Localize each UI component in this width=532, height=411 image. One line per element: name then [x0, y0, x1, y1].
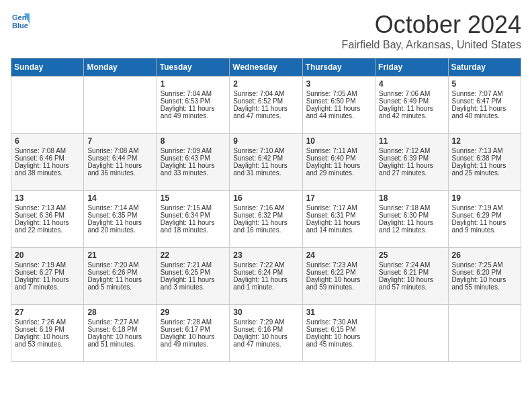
sunrise-text: Sunrise: 7:08 AM	[87, 147, 152, 154]
calendar-cell: 3Sunrise: 7:05 AMSunset: 6:50 PMDaylight…	[302, 77, 375, 134]
day-number: 21	[87, 250, 152, 260]
calendar-cell: 17Sunrise: 7:17 AMSunset: 6:31 PMDayligh…	[302, 191, 375, 248]
calendar-cell: 24Sunrise: 7:23 AMSunset: 6:22 PMDayligh…	[302, 248, 375, 305]
col-tuesday: Tuesday	[157, 58, 229, 77]
daylight-text: Daylight: 11 hours and 22 minutes.	[15, 219, 80, 234]
calendar-cell: 11Sunrise: 7:12 AMSunset: 6:39 PMDayligh…	[375, 134, 448, 191]
sunrise-text: Sunrise: 7:26 AM	[15, 318, 80, 326]
sunset-text: Sunset: 6:52 PM	[233, 97, 298, 105]
day-number: 5	[452, 79, 517, 89]
svg-text:Blue: Blue	[12, 21, 28, 30]
sunrise-text: Sunrise: 7:13 AM	[452, 147, 517, 154]
daylight-text: Daylight: 11 hours and 33 minutes.	[161, 162, 226, 177]
daylight-text: Daylight: 11 hours and 49 minutes.	[161, 105, 226, 120]
calendar-cell: 18Sunrise: 7:18 AMSunset: 6:30 PMDayligh…	[375, 191, 448, 248]
sunrise-text: Sunrise: 7:22 AM	[233, 261, 298, 269]
calendar-cell	[375, 305, 448, 362]
sunset-text: Sunset: 6:46 PM	[15, 154, 80, 162]
sunrise-text: Sunrise: 7:09 AM	[161, 147, 226, 154]
sunset-text: Sunset: 6:17 PM	[161, 326, 226, 333]
sunrise-text: Sunrise: 7:13 AM	[15, 204, 80, 212]
calendar-cell: 19Sunrise: 7:19 AMSunset: 6:29 PMDayligh…	[448, 191, 521, 248]
calendar-cell: 12Sunrise: 7:13 AMSunset: 6:38 PMDayligh…	[448, 134, 521, 191]
sunset-text: Sunset: 6:40 PM	[306, 154, 371, 162]
calendar-week-4: 20Sunrise: 7:19 AMSunset: 6:27 PMDayligh…	[11, 248, 521, 305]
day-number: 15	[161, 193, 226, 203]
day-number: 17	[306, 193, 371, 203]
day-number: 22	[161, 250, 226, 260]
header-row: Sunday Monday Tuesday Wednesday Thursday…	[11, 58, 521, 77]
day-number: 7	[87, 136, 152, 146]
sunrise-text: Sunrise: 7:04 AM	[161, 90, 226, 97]
daylight-text: Daylight: 10 hours and 47 minutes.	[233, 333, 298, 348]
sunset-text: Sunset: 6:44 PM	[87, 154, 152, 162]
sunrise-text: Sunrise: 7:12 AM	[379, 147, 444, 154]
day-number: 11	[379, 136, 444, 146]
calendar-cell: 1Sunrise: 7:04 AMSunset: 6:53 PMDaylight…	[157, 77, 229, 134]
daylight-text: Daylight: 10 hours and 51 minutes.	[87, 333, 152, 348]
sunrise-text: Sunrise: 7:27 AM	[87, 318, 152, 326]
day-number: 13	[15, 193, 80, 203]
sunset-text: Sunset: 6:31 PM	[306, 212, 371, 219]
sunset-text: Sunset: 6:42 PM	[233, 154, 298, 162]
month-title: October 2024	[342, 11, 521, 39]
sunset-text: Sunset: 6:19 PM	[15, 326, 80, 333]
day-number: 3	[306, 79, 371, 89]
calendar-cell	[448, 305, 521, 362]
day-number: 24	[306, 250, 371, 260]
daylight-text: Daylight: 10 hours and 53 minutes.	[15, 333, 80, 348]
title-area: October 2024 Fairfield Bay, Arkansas, Un…	[342, 11, 521, 51]
sunrise-text: Sunrise: 7:20 AM	[87, 261, 152, 269]
daylight-text: Daylight: 10 hours and 49 minutes.	[161, 333, 226, 348]
daylight-text: Daylight: 10 hours and 57 minutes.	[379, 276, 444, 291]
sunrise-text: Sunrise: 7:21 AM	[161, 261, 226, 269]
calendar-cell: 10Sunrise: 7:11 AMSunset: 6:40 PMDayligh…	[302, 134, 375, 191]
page-header: General Blue October 2024 Fairfield Bay,…	[11, 11, 521, 51]
calendar-cell: 5Sunrise: 7:07 AMSunset: 6:47 PMDaylight…	[448, 77, 521, 134]
calendar-cell: 8Sunrise: 7:09 AMSunset: 6:43 PMDaylight…	[157, 134, 229, 191]
sunrise-text: Sunrise: 7:15 AM	[161, 204, 226, 212]
logo-icon: General Blue	[11, 11, 30, 30]
sunset-text: Sunset: 6:39 PM	[379, 154, 444, 162]
daylight-text: Daylight: 10 hours and 45 minutes.	[306, 333, 371, 348]
day-number: 14	[87, 193, 152, 203]
daylight-text: Daylight: 11 hours and 31 minutes.	[233, 162, 298, 177]
sunrise-text: Sunrise: 7:29 AM	[233, 318, 298, 326]
sunrise-text: Sunrise: 7:23 AM	[306, 261, 371, 269]
sunset-text: Sunset: 6:34 PM	[161, 212, 226, 219]
calendar-cell: 6Sunrise: 7:08 AMSunset: 6:46 PMDaylight…	[11, 134, 84, 191]
col-wednesday: Wednesday	[230, 58, 302, 77]
daylight-text: Daylight: 11 hours and 20 minutes.	[87, 219, 152, 234]
day-number: 31	[306, 308, 371, 317]
day-number: 12	[452, 136, 517, 146]
day-number: 8	[161, 136, 226, 146]
daylight-text: Daylight: 11 hours and 18 minutes.	[161, 219, 226, 234]
calendar-cell: 26Sunrise: 7:25 AMSunset: 6:20 PMDayligh…	[448, 248, 521, 305]
day-number: 2	[233, 79, 298, 89]
day-number: 9	[233, 136, 298, 146]
calendar-cell: 27Sunrise: 7:26 AMSunset: 6:19 PMDayligh…	[11, 305, 84, 362]
sunrise-text: Sunrise: 7:08 AM	[15, 147, 80, 154]
calendar-cell: 7Sunrise: 7:08 AMSunset: 6:44 PMDaylight…	[84, 134, 157, 191]
day-number: 26	[452, 250, 517, 260]
location-title: Fairfield Bay, Arkansas, United States	[342, 39, 521, 51]
calendar-cell: 23Sunrise: 7:22 AMSunset: 6:24 PMDayligh…	[230, 248, 302, 305]
sunset-text: Sunset: 6:29 PM	[452, 212, 517, 219]
calendar-cell: 22Sunrise: 7:21 AMSunset: 6:25 PMDayligh…	[157, 248, 229, 305]
sunrise-text: Sunrise: 7:30 AM	[306, 318, 371, 326]
sunset-text: Sunset: 6:26 PM	[87, 269, 152, 276]
calendar-week-2: 6Sunrise: 7:08 AMSunset: 6:46 PMDaylight…	[11, 134, 521, 191]
sunrise-text: Sunrise: 7:19 AM	[452, 204, 517, 212]
col-monday: Monday	[84, 58, 157, 77]
col-thursday: Thursday	[302, 58, 375, 77]
day-number: 18	[379, 193, 444, 203]
daylight-text: Daylight: 11 hours and 16 minutes.	[233, 219, 298, 234]
sunrise-text: Sunrise: 7:06 AM	[379, 90, 444, 97]
daylight-text: Daylight: 11 hours and 1 minute.	[233, 276, 298, 291]
daylight-text: Daylight: 11 hours and 3 minutes.	[161, 276, 226, 291]
sunrise-text: Sunrise: 7:05 AM	[306, 90, 371, 97]
day-number: 20	[15, 250, 80, 260]
daylight-text: Daylight: 11 hours and 9 minutes.	[452, 219, 517, 234]
sunrise-text: Sunrise: 7:24 AM	[379, 261, 444, 269]
daylight-text: Daylight: 11 hours and 25 minutes.	[452, 162, 517, 177]
